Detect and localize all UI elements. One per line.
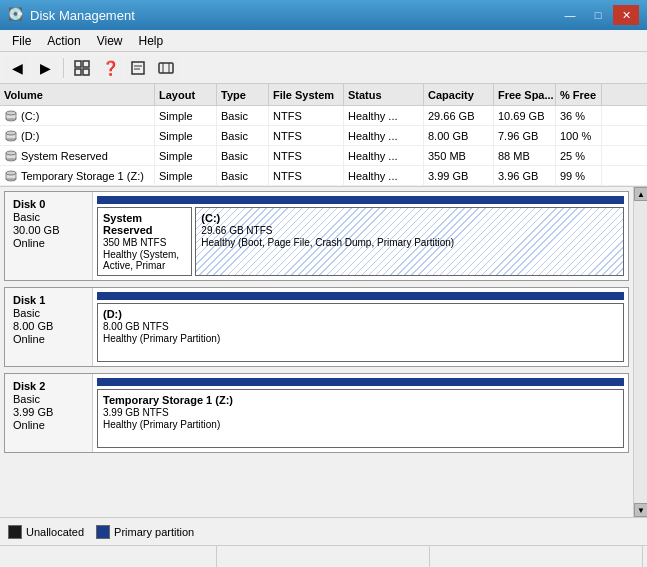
disk-1-d-partition[interactable]: (D:) 8.00 GB NTFS Healthy (Primary Parti… bbox=[97, 303, 624, 362]
disk-0-c-partition[interactable]: (C:) 29.66 GB NTFS Healthy (Boot, Page F… bbox=[195, 207, 624, 276]
th-type: Type bbox=[217, 84, 269, 105]
td-type-sysres: Basic bbox=[217, 146, 269, 165]
disk-0-info: Disk 0 Basic 30.00 GB Online bbox=[5, 192, 93, 280]
properties-icon bbox=[130, 60, 146, 76]
table-row[interactable]: Temporary Storage 1 (Z:) Simple Basic NT… bbox=[0, 166, 647, 186]
svg-point-18 bbox=[6, 151, 16, 155]
disk-1-bar-fill bbox=[97, 292, 624, 300]
partition-size: 8.00 GB NTFS bbox=[103, 321, 618, 332]
disk-0-sysres-partition[interactable]: System Reserved 350 MB NTFS Healthy (Sys… bbox=[97, 207, 192, 276]
disk-2-bar bbox=[97, 378, 624, 386]
svg-point-15 bbox=[6, 131, 16, 135]
back-button[interactable]: ◀ bbox=[4, 56, 30, 80]
td-free-c: 10.69 GB bbox=[494, 106, 556, 125]
disk-1-block: Disk 1 Basic 8.00 GB Online (D:) 8.00 GB bbox=[4, 287, 629, 367]
minimize-button[interactable]: — bbox=[557, 5, 583, 25]
partition-status: Healthy (System, Active, Primar bbox=[103, 249, 186, 271]
td-fs-sysres: NTFS bbox=[269, 146, 344, 165]
toolbar-separator-1 bbox=[63, 58, 64, 78]
scrollbar[interactable]: ▲ ▼ bbox=[633, 187, 647, 517]
status-bar bbox=[0, 545, 647, 567]
disk-0-block: Disk 0 Basic 30.00 GB Online Sy bbox=[4, 191, 629, 281]
td-type-d: Basic bbox=[217, 126, 269, 145]
svg-rect-0 bbox=[75, 61, 81, 67]
view-button[interactable] bbox=[69, 56, 95, 80]
disk-2-status: Online bbox=[13, 419, 84, 431]
menu-bar: File Action View Help bbox=[0, 30, 647, 52]
disk-0-size: 30.00 GB bbox=[13, 224, 84, 236]
table-row[interactable]: System Reserved Simple Basic NTFS Health… bbox=[0, 146, 647, 166]
menu-help[interactable]: Help bbox=[131, 32, 172, 50]
partition-status: Healthy (Boot, Page File, Crash Dump, Pr… bbox=[201, 237, 618, 248]
disk-1-partitions: (D:) 8.00 GB NTFS Healthy (Primary Parti… bbox=[93, 288, 628, 366]
td-free-z: 3.96 GB bbox=[494, 166, 556, 185]
td-volume-d: (D:) bbox=[0, 126, 155, 145]
grid-icon bbox=[74, 60, 90, 76]
td-free-sysres: 88 MB bbox=[494, 146, 556, 165]
disk-2-bar-fill bbox=[97, 378, 624, 386]
td-type-z: Basic bbox=[217, 166, 269, 185]
main-container: File Action View Help ◀ ▶ ❓ bbox=[0, 30, 647, 567]
maximize-button[interactable]: □ bbox=[585, 5, 611, 25]
svg-rect-2 bbox=[75, 69, 81, 75]
td-volume-sysres: System Reserved bbox=[0, 146, 155, 165]
legend-primary: Primary partition bbox=[96, 525, 194, 539]
partition-status: Healthy (Primary Partition) bbox=[103, 419, 618, 430]
th-pctfree: % Free bbox=[556, 84, 602, 105]
th-capacity: Capacity bbox=[424, 84, 494, 105]
menu-view[interactable]: View bbox=[89, 32, 131, 50]
td-layout-sysres: Simple bbox=[155, 146, 217, 165]
td-status-sysres: Healthy ... bbox=[344, 146, 424, 165]
legend-unallocated-label: Unallocated bbox=[26, 526, 84, 538]
menu-action[interactable]: Action bbox=[39, 32, 88, 50]
legend-primary-box bbox=[96, 525, 110, 539]
scroll-up-button[interactable]: ▲ bbox=[634, 187, 647, 201]
table-row[interactable]: (D:) Simple Basic NTFS Healthy ... 8.00 … bbox=[0, 126, 647, 146]
td-status-z: Healthy ... bbox=[344, 166, 424, 185]
td-layout-c: Simple bbox=[155, 106, 217, 125]
map-button[interactable] bbox=[153, 56, 179, 80]
content-area: Volume Layout Type File System Status Ca… bbox=[0, 84, 647, 567]
td-pct-sysres: 25 % bbox=[556, 146, 602, 165]
legend-unallocated-box bbox=[8, 525, 22, 539]
disk-2-block: Disk 2 Basic 3.99 GB Online Temporary St… bbox=[4, 373, 629, 453]
partition-name: (D:) bbox=[103, 308, 618, 320]
status-seg-3 bbox=[430, 546, 643, 567]
td-free-d: 7.96 GB bbox=[494, 126, 556, 145]
td-status-c: Healthy ... bbox=[344, 106, 424, 125]
status-seg-2 bbox=[217, 546, 430, 567]
app-icon: 💽 bbox=[8, 7, 24, 23]
menu-file[interactable]: File bbox=[4, 32, 39, 50]
status-seg-1 bbox=[4, 546, 217, 567]
forward-button[interactable]: ▶ bbox=[32, 56, 58, 80]
table-header: Volume Layout Type File System Status Ca… bbox=[0, 84, 647, 106]
disk-2-type: Basic bbox=[13, 393, 84, 405]
disk-icon bbox=[4, 130, 18, 142]
disk-0-partition-row: System Reserved 350 MB NTFS Healthy (Sys… bbox=[97, 207, 624, 276]
disk-graphical-area[interactable]: ▲ ▼ Disk 0 Basic 30.00 GB Online bbox=[0, 187, 647, 517]
disk-1-name: Disk 1 bbox=[13, 294, 84, 306]
disk-0-bar bbox=[97, 196, 624, 204]
toolbar: ◀ ▶ ❓ bbox=[0, 52, 647, 84]
disk-2-z-partition[interactable]: Temporary Storage 1 (Z:) 3.99 GB NTFS He… bbox=[97, 389, 624, 448]
properties-button[interactable] bbox=[125, 56, 151, 80]
help-button[interactable]: ❓ bbox=[97, 56, 123, 80]
td-fs-d: NTFS bbox=[269, 126, 344, 145]
table-row[interactable]: (C:) Simple Basic NTFS Healthy ... 29.66… bbox=[0, 106, 647, 126]
legend-unallocated: Unallocated bbox=[8, 525, 84, 539]
disk-1-info: Disk 1 Basic 8.00 GB Online bbox=[5, 288, 93, 366]
td-layout-d: Simple bbox=[155, 126, 217, 145]
th-status: Status bbox=[344, 84, 424, 105]
partition-size: 350 MB NTFS bbox=[103, 237, 186, 248]
svg-point-12 bbox=[6, 111, 16, 115]
legend-bar: Unallocated Primary partition bbox=[0, 517, 647, 545]
disk-2-size: 3.99 GB bbox=[13, 406, 84, 418]
disk-0-bar-fill bbox=[97, 196, 624, 204]
disk-0-type: Basic bbox=[13, 211, 84, 223]
th-filesystem: File System bbox=[269, 84, 344, 105]
scroll-down-button[interactable]: ▼ bbox=[634, 503, 647, 517]
td-type-c: Basic bbox=[217, 106, 269, 125]
title-controls: — □ ✕ bbox=[557, 5, 639, 25]
close-button[interactable]: ✕ bbox=[613, 5, 639, 25]
disk-2-partition-row: Temporary Storage 1 (Z:) 3.99 GB NTFS He… bbox=[97, 389, 624, 448]
